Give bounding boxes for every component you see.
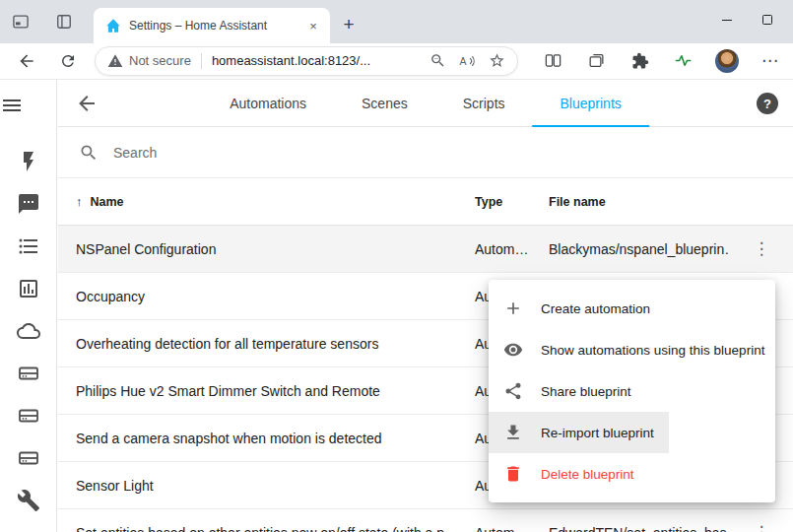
url-text[interactable]: homeassistant.local:8123/... [212,53,417,68]
browser-menu-icon[interactable]: ⋯ [757,47,783,74]
collections-icon[interactable] [583,47,610,74]
browser-tab[interactable]: Settings – Home Assistant × [94,8,330,43]
column-header-file[interactable]: File name [549,195,730,209]
server-icon[interactable] [17,446,40,470]
security-label: Not secure [129,53,191,68]
tab-scenes[interactable]: Scenes [334,80,435,127]
browser-tab-title: Settings – Home Assistant [129,19,304,33]
sidebar-menu-icon[interactable] [0,94,24,117]
profile-avatar[interactable] [713,47,740,74]
history-icon[interactable] [17,277,40,300]
row-overflow-menu-icon[interactable]: ⋮ [750,521,773,532]
menu-item-create-automation[interactable]: Create automation [489,288,665,329]
table-header: ↑ Name Type File name [58,178,793,226]
back-icon[interactable] [12,46,41,76]
refresh-icon[interactable] [53,46,83,76]
column-header-name[interactable]: Name [91,195,124,209]
developer-tools-icon[interactable] [17,489,40,512]
share-icon [503,381,523,401]
toolbar-actions: ⋯ [540,47,785,74]
todo-list-icon[interactable] [17,234,40,258]
address-bar[interactable]: Not secure homeassistant.local:8123/... … [95,46,518,76]
plus-icon [503,299,523,318]
address-divider [201,53,202,69]
zoom-out-icon[interactable] [429,52,446,70]
minimize-icon[interactable] [706,0,747,39]
table-row[interactable]: NSPanel Configuration Autom… Blackymas/n… [58,226,793,273]
search-row [58,127,793,178]
tab-scripts[interactable]: Scripts [435,80,533,127]
blueprint-name: Occupancy [58,289,475,304]
ha-sidebar [0,80,57,532]
assist-chat-icon[interactable] [17,192,40,216]
automation-nav-tabs: Automations Scenes Scripts Blueprints [202,80,649,127]
close-tab-icon[interactable]: × [304,17,322,34]
blueprint-name: Overheating detection for all temperatur… [58,336,475,352]
blueprint-name: NSPanel Configuration [58,241,475,257]
blueprint-name: Philips Hue v2 Smart Dimmer Switch and R… [58,383,475,399]
svg-text:A: A [460,54,467,66]
blueprint-file: EdwardTEN/set_entities_bas… [549,525,730,532]
search-input[interactable] [111,144,525,162]
back-arrow-icon[interactable] [75,92,99,115]
blueprint-type: Autom… [475,241,549,257]
read-aloud-icon[interactable]: A [458,52,476,70]
vertical-tabs-icon[interactable] [51,9,77,34]
menu-item-show-automations[interactable]: Show automations using this blueprint [489,329,779,370]
trash-icon [503,464,523,484]
extensions-icon[interactable] [627,47,653,74]
blueprint-name: Sensor Light [58,478,475,494]
tab-automations[interactable]: Automations [202,80,334,127]
menu-item-reimport-blueprint[interactable]: Re-import blueprint [489,412,669,453]
energy-icon[interactable] [17,150,40,173]
browser-titlebar: Settings – Home Assistant × + × [0,0,793,43]
blueprint-file: Blackymas/nspanel_blueprin… [549,241,730,257]
not-secure-warning-icon[interactable] [107,53,123,69]
search-icon [79,143,99,163]
new-tab-button[interactable]: + [336,12,362,37]
menu-item-share-blueprint[interactable]: Share blueprint [489,370,646,412]
workspaces-icon[interactable] [8,9,33,34]
home-assistant-favicon-icon [105,18,121,33]
browser-toolbar: Not secure homeassistant.local:8123/... … [0,43,793,80]
sort-ascending-icon[interactable]: ↑ [76,194,83,209]
window-controls: × [706,0,793,39]
blueprint-context-menu: Create automation Show automations using… [489,280,775,502]
menu-item-delete-blueprint[interactable]: Delete blueprint [489,453,649,495]
close-window-icon[interactable]: × [787,0,793,39]
row-overflow-menu-icon[interactable]: ⋮ [750,237,773,261]
server-icon[interactable] [17,362,40,385]
blueprint-name: Set entities based on other entities new… [58,525,475,532]
column-header-type[interactable]: Type [475,195,549,209]
browser-essentials-icon[interactable] [670,47,696,74]
page-header: Automations Scenes Scripts Blueprints ? [58,80,793,127]
help-icon[interactable]: ? [757,93,778,114]
split-screen-icon[interactable] [540,47,566,74]
table-row[interactable]: Set entities based on other entities new… [58,509,793,532]
blueprint-type: Autom… [475,525,549,532]
favorite-star-icon[interactable] [488,52,505,70]
blueprint-name: Send a camera snapshot when motion is de… [58,431,475,446]
download-icon [503,423,523,442]
cloud-icon[interactable] [17,319,40,343]
server-icon[interactable] [17,404,40,428]
tab-blueprints[interactable]: Blueprints [533,80,649,127]
eye-icon [503,340,523,360]
maximize-icon[interactable] [747,0,787,39]
